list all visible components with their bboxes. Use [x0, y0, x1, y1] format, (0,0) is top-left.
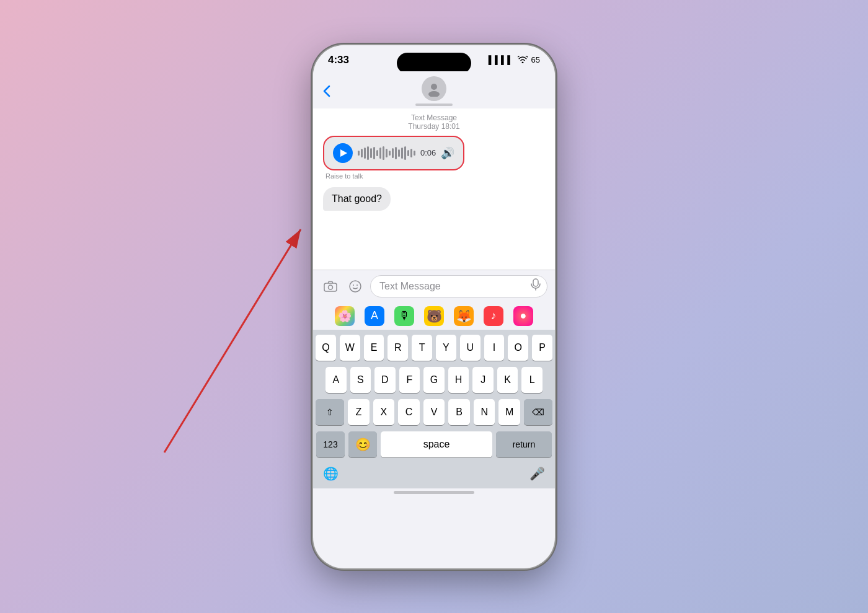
- photos-app-icon[interactable]: 🌸: [335, 306, 355, 326]
- status-icons: ▌▌▌▌ 65: [489, 55, 540, 66]
- memoji-icon[interactable]: 🐻: [424, 306, 444, 326]
- wifi-icon: [518, 55, 528, 66]
- battery-icon: 65: [531, 55, 540, 64]
- more-icon[interactable]: ●: [513, 306, 533, 326]
- return-key[interactable]: return: [496, 431, 552, 457]
- keyboard-row-4: 123 😊 space return: [316, 431, 552, 457]
- input-row: Text Message: [321, 275, 547, 298]
- svg-point-2: [431, 84, 437, 90]
- signal-icon: ▌▌▌▌: [489, 55, 514, 64]
- received-message-bubble: That good?: [323, 187, 391, 211]
- voice-bubble[interactable]: 0:06 🔊: [323, 136, 464, 170]
- animoji-button[interactable]: [345, 276, 365, 296]
- contact-avatar-area[interactable]: [415, 76, 453, 106]
- key-W[interactable]: W: [340, 335, 360, 361]
- delete-key[interactable]: ⌫: [524, 399, 552, 425]
- sticker-icon[interactable]: 🦊: [454, 306, 474, 326]
- key-H[interactable]: H: [448, 367, 469, 393]
- key-B[interactable]: B: [448, 399, 470, 425]
- voice-duration: 0:06: [420, 148, 436, 157]
- waveform: [358, 146, 415, 161]
- key-G[interactable]: G: [423, 367, 445, 393]
- key-P[interactable]: P: [532, 335, 552, 361]
- keyboard-row-1: Q W E R T Y U I O P: [316, 335, 552, 361]
- key-A[interactable]: A: [326, 367, 347, 393]
- space-key[interactable]: space: [381, 431, 492, 457]
- dynamic-island: [397, 53, 471, 74]
- key-F[interactable]: F: [399, 367, 420, 393]
- avatar: [422, 76, 446, 101]
- speaker-icon[interactable]: 🔊: [441, 146, 454, 160]
- key-Q[interactable]: Q: [316, 335, 336, 361]
- keyboard: Q W E R T Y U I O P A S D F G H J K L ⇧ …: [313, 330, 555, 488]
- raise-to-talk-label: Raise to talk: [323, 172, 363, 180]
- play-button[interactable]: [333, 143, 353, 163]
- voice-message-wrapper: 0:06 🔊 Raise to talk: [323, 136, 545, 180]
- app-strip: 🌸 A 🎙 🐻 🦊 ♪ ●: [313, 302, 555, 330]
- text-message-input[interactable]: Text Message: [370, 275, 547, 298]
- mic-keyboard-icon[interactable]: 🎤: [529, 466, 545, 481]
- status-time: 4:33: [328, 54, 349, 66]
- contact-name-line: [415, 104, 453, 106]
- key-M[interactable]: M: [498, 399, 520, 425]
- mic-input-icon[interactable]: [531, 278, 541, 294]
- svg-point-5: [329, 285, 333, 289]
- message-timestamp: Thursday 18:01: [323, 122, 545, 131]
- key-E[interactable]: E: [364, 335, 384, 361]
- input-area: Text Message: [313, 270, 555, 302]
- phone-frame: 4:33 ▌▌▌▌ 65: [313, 45, 555, 568]
- key-K[interactable]: K: [497, 367, 518, 393]
- shift-key[interactable]: ⇧: [316, 399, 344, 425]
- key-I[interactable]: I: [484, 335, 505, 361]
- svg-point-8: [356, 284, 358, 286]
- nav-bar: [313, 71, 555, 108]
- emoji-key[interactable]: 😊: [348, 431, 377, 457]
- appstore-icon[interactable]: A: [365, 306, 384, 326]
- received-message-text: That good?: [332, 193, 382, 204]
- keyboard-row-2: A S D F G H J K L: [316, 367, 552, 393]
- message-label: Text Message: [323, 113, 545, 122]
- keyboard-row-3: ⇧ Z X C V B N M ⌫: [316, 399, 552, 425]
- key-O[interactable]: O: [508, 335, 528, 361]
- svg-rect-9: [533, 279, 538, 286]
- key-D[interactable]: D: [374, 367, 396, 393]
- music-icon[interactable]: ♪: [484, 306, 503, 326]
- message-meta: Text Message Thursday 18:01: [323, 113, 545, 131]
- svg-rect-4: [324, 283, 337, 291]
- key-Z[interactable]: Z: [348, 399, 370, 425]
- key-L[interactable]: L: [521, 367, 542, 393]
- svg-point-3: [428, 91, 440, 97]
- voice-icon[interactable]: 🎙: [394, 306, 414, 326]
- home-indicator: [313, 488, 555, 499]
- key-V[interactable]: V: [423, 399, 445, 425]
- messages-area: Text Message Thursday 18:01: [313, 108, 555, 270]
- key-T[interactable]: T: [412, 335, 432, 361]
- key-N[interactable]: N: [474, 399, 495, 425]
- key-J[interactable]: J: [472, 367, 494, 393]
- back-button[interactable]: [323, 85, 330, 97]
- key-U[interactable]: U: [460, 335, 480, 361]
- keyboard-bottom-row: 🌐 🎤: [316, 464, 552, 486]
- svg-point-7: [353, 284, 354, 286]
- globe-icon[interactable]: 🌐: [323, 466, 339, 481]
- home-bar: [394, 491, 474, 494]
- input-placeholder: Text Message: [379, 281, 441, 292]
- svg-line-1: [164, 229, 301, 452]
- key-S[interactable]: S: [350, 367, 371, 393]
- number-key[interactable]: 123: [316, 431, 345, 457]
- key-C[interactable]: C: [398, 399, 420, 425]
- key-R[interactable]: R: [388, 335, 408, 361]
- key-Y[interactable]: Y: [436, 335, 456, 361]
- camera-button[interactable]: [321, 276, 340, 296]
- key-X[interactable]: X: [373, 399, 395, 425]
- svg-point-6: [350, 281, 361, 292]
